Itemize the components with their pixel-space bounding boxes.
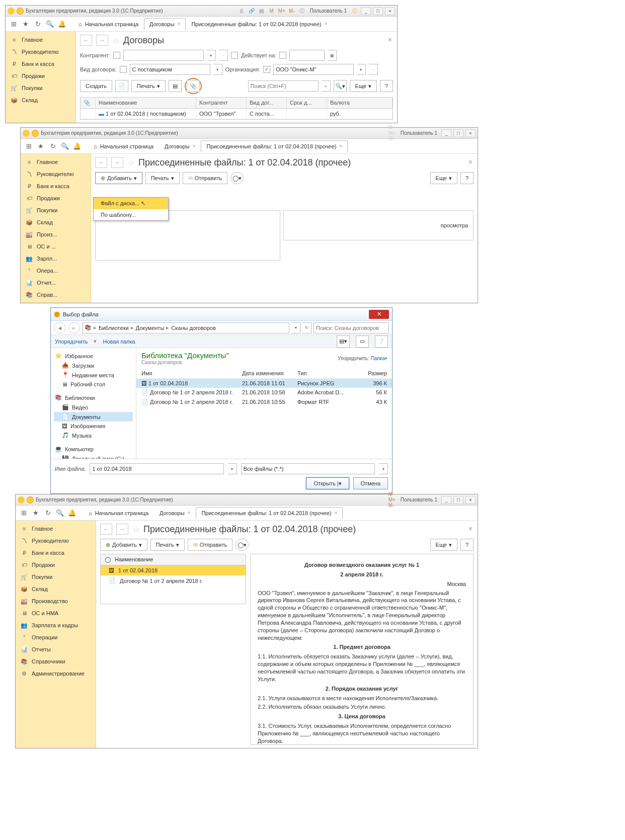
more-icon[interactable]: · — [219, 50, 228, 61]
filter-dd[interactable]: ▾ — [379, 463, 388, 474]
disk-c[interactable]: 💾 Локальный диск (C:) — [54, 454, 133, 459]
dialog-close-button[interactable]: ✕ — [369, 310, 389, 319]
cancel-button[interactable]: Отмена — [353, 477, 388, 489]
open-button[interactable]: Открыть |▾ — [306, 477, 349, 489]
search-icon[interactable]: 🔍 — [60, 141, 70, 151]
view-button[interactable]: ▤▾ — [337, 335, 350, 348]
maximize-button[interactable]: □ — [373, 7, 383, 15]
sidebar-item[interactable]: ᵀОпера... — [21, 265, 91, 277]
org-input[interactable] — [273, 64, 354, 75]
file-row[interactable]: 🖼 1 от 02.04.2018 21.06.2018 11:01 Рисун… — [136, 379, 392, 388]
col-type[interactable]: Вид дог... — [247, 98, 287, 108]
sidebar-item[interactable]: 〽Руководителю — [21, 168, 91, 180]
contracts-tab[interactable]: Договоры× — [144, 18, 186, 30]
sidebar-item-bank[interactable]: ₽Банк и касса — [6, 58, 75, 70]
sidebar-item[interactable]: 📦Склад — [16, 583, 96, 595]
print-button[interactable]: Печать ▾ — [150, 539, 185, 551]
close-button[interactable]: × — [465, 129, 476, 137]
print-button[interactable]: Печать ▾ — [145, 172, 180, 184]
search-input[interactable] — [248, 80, 319, 92]
home-tab[interactable]: ⌂Начальная страница — [73, 18, 144, 30]
calc-icon[interactable]: ▤ — [258, 7, 266, 15]
tab-close-icon[interactable]: × — [339, 143, 342, 149]
star-icon[interactable]: ★ — [31, 508, 41, 518]
close-page-icon[interactable]: × — [468, 158, 473, 166]
attach-button[interactable]: 📎 — [187, 80, 200, 92]
minimize-button[interactable]: _ — [441, 496, 451, 504]
tab-close-icon[interactable]: × — [178, 21, 181, 27]
sidebar-item[interactable]: 🖥ОС и НМА — [16, 607, 96, 619]
mminus-icon[interactable]: M- — [288, 7, 296, 15]
filename-input[interactable] — [90, 463, 223, 474]
fwd-button[interactable]: → — [111, 157, 123, 168]
close-button[interactable]: × — [385, 7, 395, 15]
dd-icon[interactable]: ▾ — [207, 50, 216, 61]
video[interactable]: 🎬 Видео — [54, 402, 133, 412]
sidebar-item[interactable]: 🏭Производство — [16, 595, 96, 607]
home-tab[interactable]: ⌂Начальная страница — [88, 140, 159, 152]
contr-input[interactable] — [123, 50, 204, 61]
circle-button[interactable]: ◯▾ — [236, 539, 249, 551]
sidebar-item[interactable]: ₽Банк и касса — [16, 547, 96, 559]
back-button[interactable]: ← — [80, 35, 92, 46]
back-button[interactable]: ◄ — [54, 322, 66, 333]
fav-icon[interactable]: ☆ — [112, 36, 119, 45]
contracts-tab[interactable]: Договоры× — [159, 140, 201, 152]
sidebar-item[interactable]: 〽Руководителю — [16, 535, 96, 547]
sidebar-item[interactable]: ⚙Администрирование — [16, 667, 96, 680]
org-check[interactable] — [263, 66, 270, 73]
fav-header[interactable]: ⭐ Избранное — [54, 351, 133, 361]
sidebar-item[interactable]: 🏷Продажи — [21, 192, 91, 204]
help-button[interactable]: ? — [380, 80, 393, 92]
tab-close-icon[interactable]: × — [324, 21, 327, 27]
menu-by-template[interactable]: По шаблону... — [94, 209, 168, 220]
sidebar-item[interactable]: 👥Зарплата и кадры — [16, 619, 96, 631]
computer-header[interactable]: 💻 Компьютер — [54, 444, 133, 454]
link-icon[interactable]: 🔗 — [248, 7, 256, 15]
dd-icon[interactable]: ▾ — [213, 64, 222, 75]
file-row[interactable]: 📄 Договор № 1 от 2 апреля 2018 г. 21.06.… — [136, 388, 392, 397]
help-button[interactable]: ❔ — [375, 335, 388, 348]
col-term[interactable]: Срок д... — [287, 98, 327, 108]
add-button[interactable]: ⊕ Добавить ▾ — [95, 172, 142, 184]
circle-button[interactable]: ◯▾ — [230, 172, 244, 184]
minimize-button[interactable]: _ — [361, 7, 371, 15]
attached-tab[interactable]: Присоединенные файлы: 1 от 02.04.2018 (п… — [201, 140, 348, 152]
date-input[interactable] — [289, 50, 325, 61]
tab-close-icon[interactable]: × — [193, 143, 196, 149]
print-icon[interactable]: ⎙ — [238, 7, 246, 15]
sidebar-item-manager[interactable]: 〽Руководителю — [6, 46, 75, 58]
col-name[interactable]: Наименование — [96, 98, 196, 108]
print-button[interactable]: Печать ▾ — [131, 80, 166, 92]
path-input[interactable]: 📚▸ Библиотеки▸ Документы▸ Сканы договоро… — [82, 322, 289, 333]
cal-icon[interactable]: ▦ — [328, 50, 337, 61]
images[interactable]: 🖼 Изображения — [54, 422, 133, 431]
list-item[interactable]: 🖼1 от 02.04.2018 — [101, 565, 246, 575]
sidebar-item[interactable]: 🖥ОС и ... — [21, 240, 91, 253]
dd-icon[interactable]: ▾ — [357, 64, 366, 75]
back-button[interactable]: ← — [100, 524, 112, 535]
sidebar-item[interactable]: ≡Главное — [16, 523, 96, 535]
search-icon[interactable]: 🔍 — [45, 19, 55, 29]
back-button[interactable]: ← — [95, 157, 107, 168]
clip-col[interactable]: 📎 — [81, 98, 96, 108]
apps-icon[interactable]: ⊞ — [19, 508, 29, 518]
preview-button[interactable]: ▭ — [356, 335, 369, 348]
menu-file-from-disk[interactable]: Файл с диска... ↖ — [94, 198, 168, 209]
send-button[interactable]: ✉ Отправить — [188, 539, 233, 551]
add-button[interactable]: ⊕ Добавить ▾ — [100, 539, 147, 551]
col-cur[interactable]: Валюта — [327, 98, 393, 108]
filter-select[interactable] — [241, 463, 375, 474]
star-icon[interactable]: ★ — [21, 19, 31, 29]
user-label[interactable]: Пользователь 1 — [308, 8, 349, 14]
active-check[interactable] — [231, 52, 238, 59]
recent[interactable]: 📍 Недавние места — [54, 370, 133, 380]
fwd-button[interactable]: → — [96, 35, 108, 46]
m-icon[interactable]: M — [268, 7, 276, 15]
history-icon[interactable]: ↻ — [48, 141, 58, 151]
search-input[interactable] — [314, 322, 389, 333]
sidebar-item-stock[interactable]: 📦Склад — [6, 94, 75, 106]
col-type[interactable]: Тип — [297, 370, 353, 376]
copy-button[interactable]: 📄 — [115, 80, 128, 92]
list-button[interactable]: ▤ — [169, 80, 182, 92]
